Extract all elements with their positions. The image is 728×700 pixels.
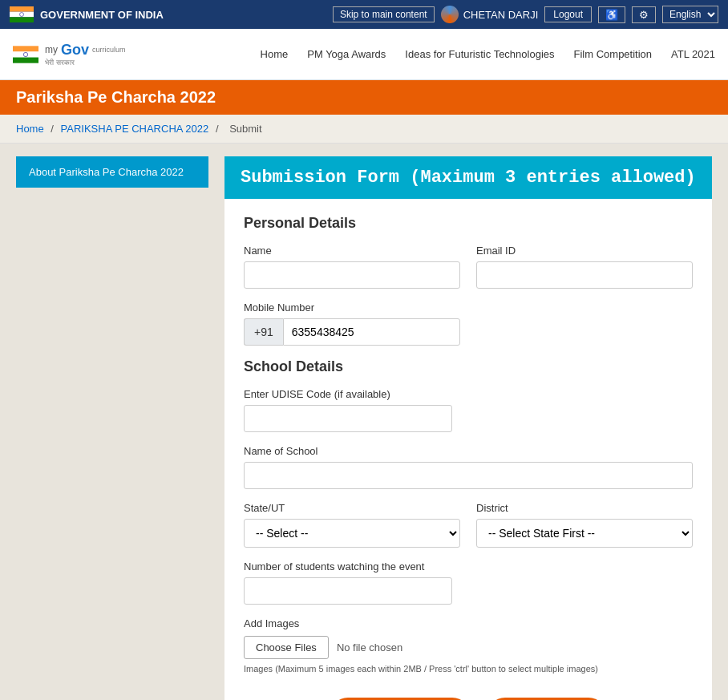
- gov-branding: GOVERNMENT OF INDIA: [10, 6, 164, 22]
- india-flag-icon: [10, 6, 34, 22]
- india-flag-nav-icon: [13, 46, 38, 63]
- mygov-logo: my Gov curriculum भेरी सरकार: [45, 42, 126, 67]
- students-label: Number of students watching the event: [244, 560, 693, 573]
- nav-bar: my Gov curriculum भेरी सरकार Home PM Yog…: [0, 29, 728, 80]
- sidebar: About Pariksha Pe Charcha 2022: [16, 156, 208, 188]
- mobile-spacer: [476, 301, 693, 346]
- user-name: CHETAN DARJI: [463, 9, 539, 21]
- logo-area: my Gov curriculum भेरी सरकार: [13, 42, 126, 67]
- name-input[interactable]: [244, 261, 460, 289]
- state-label: State/UT: [244, 502, 460, 514]
- breadcrumb-submit: Submit: [229, 123, 261, 135]
- school-name-label: Name of School: [244, 445, 693, 457]
- add-images-label: Add Images: [244, 617, 693, 629]
- top-bar: GOVERNMENT OF INDIA Skip to main content…: [0, 0, 728, 29]
- accessibility-icon[interactable]: ♿: [598, 6, 625, 23]
- breadcrumb: Home / PARIKSHA PE CHARCHA 2022 / Submit: [0, 115, 728, 144]
- svg-rect-2: [10, 17, 34, 22]
- state-group: State/UT -- Select --: [244, 502, 460, 548]
- breadcrumb-charcha[interactable]: PARIKSHA PE CHARCHA 2022: [61, 123, 209, 135]
- school-name-input[interactable]: [244, 462, 693, 489]
- sidebar-item-about[interactable]: About Pariksha Pe Charcha 2022: [16, 156, 208, 188]
- top-bar-actions: Skip to main content CHETAN DARJI Logout…: [333, 6, 718, 23]
- udise-input[interactable]: [244, 405, 452, 432]
- skip-link[interactable]: Skip to main content: [333, 6, 435, 22]
- logo-subtitle: भेरी सरकार: [45, 59, 126, 67]
- udise-label: Enter UDISE Code (if available): [244, 388, 693, 400]
- language-select[interactable]: English: [662, 6, 718, 23]
- name-label: Name: [244, 245, 460, 257]
- svg-rect-4: [13, 46, 38, 51]
- school-name-group: Name of School: [244, 445, 693, 489]
- nav-film-competition[interactable]: Film Competition: [574, 48, 653, 60]
- gov-label: GOVERNMENT OF INDIA: [40, 9, 164, 21]
- mobile-row: Mobile Number +91: [244, 301, 693, 346]
- form-container: Submission Form (Maximum 3 entries allow…: [224, 156, 712, 700]
- logout-button[interactable]: Logout: [544, 6, 592, 22]
- udise-group: Enter UDISE Code (if available): [244, 388, 693, 432]
- district-label: District: [476, 502, 693, 514]
- file-row: Choose Files No file chosen: [244, 636, 693, 659]
- file-hint-text: Images (Maximum 5 images each within 2MB…: [244, 664, 693, 674]
- district-select[interactable]: -- Select State First --: [476, 519, 693, 548]
- state-district-row: State/UT -- Select -- District -- Select…: [244, 502, 693, 548]
- students-input[interactable]: [244, 577, 452, 605]
- nav-ideas[interactable]: Ideas for Futuristic Technologies: [405, 48, 554, 60]
- page-banner: Pariksha Pe Charcha 2022: [0, 80, 728, 115]
- nav-links: Home PM Yoga Awards Ideas for Futuristic…: [261, 48, 715, 60]
- district-group: District -- Select State First --: [476, 502, 693, 548]
- no-file-text: No file chosen: [337, 641, 402, 653]
- form-header: Submission Form (Maximum 3 entries allow…: [224, 156, 712, 199]
- user-info: CHETAN DARJI: [441, 6, 539, 23]
- state-select[interactable]: -- Select --: [244, 519, 460, 548]
- email-group: Email ID: [476, 245, 693, 289]
- user-avatar-icon: [441, 6, 459, 23]
- choose-files-button[interactable]: Choose Files: [244, 636, 329, 659]
- students-group: Number of students watching the event: [244, 560, 693, 605]
- svg-rect-0: [10, 6, 34, 12]
- page-title: Pariksha Pe Charcha 2022: [16, 88, 216, 106]
- nav-home[interactable]: Home: [261, 48, 289, 60]
- phone-prefix: +91: [244, 318, 283, 346]
- main-layout: About Pariksha Pe Charcha 2022 Submissio…: [0, 144, 728, 700]
- phone-row: +91: [244, 318, 460, 346]
- form-body: Personal Details Name Email ID Mobile Nu…: [224, 199, 712, 700]
- school-details-section: School Details Enter UDISE Code (if avai…: [244, 358, 693, 674]
- mobile-label: Mobile Number: [244, 301, 460, 314]
- name-email-row: Name Email ID: [244, 245, 693, 289]
- svg-rect-6: [13, 57, 38, 63]
- mobile-group: Mobile Number +91: [244, 301, 460, 346]
- mobile-input[interactable]: [283, 318, 460, 346]
- nav-atl[interactable]: ATL 2021: [671, 48, 715, 60]
- add-images-section: Add Images Choose Files No file chosen I…: [244, 617, 693, 674]
- breadcrumb-home[interactable]: Home: [16, 123, 44, 135]
- email-input[interactable]: [476, 261, 693, 289]
- name-group: Name: [244, 245, 460, 289]
- email-label: Email ID: [476, 245, 693, 257]
- settings-icon[interactable]: ⚙: [632, 6, 656, 23]
- personal-details-title: Personal Details: [244, 215, 693, 232]
- nav-pm-yoga[interactable]: PM Yoga Awards: [307, 48, 386, 60]
- school-details-title: School Details: [244, 358, 693, 375]
